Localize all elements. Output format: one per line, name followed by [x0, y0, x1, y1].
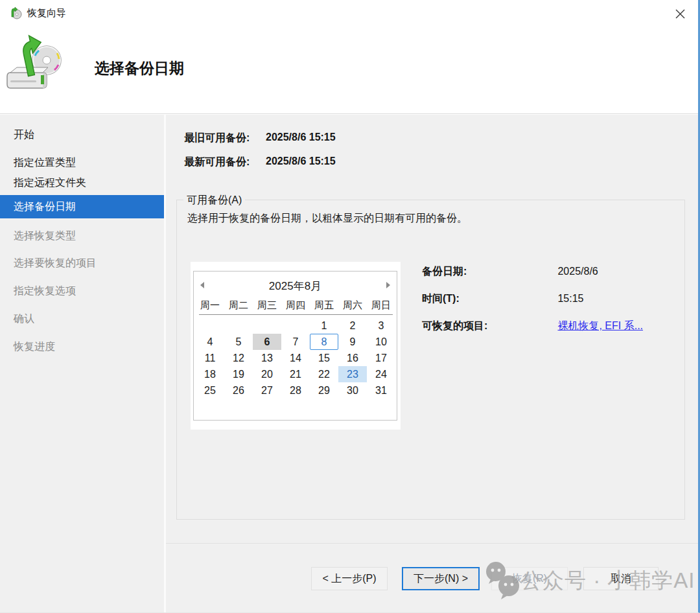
calendar-day-19[interactable]: 19: [224, 366, 253, 382]
calendar-day-2[interactable]: 2: [338, 318, 367, 334]
recover-button: 恢复(R): [491, 567, 568, 590]
backup-time-label: 时间(T):: [422, 292, 555, 306]
newest-backup-row: 最新可用备份: 2025/8/6 15:15: [184, 156, 508, 168]
newest-backup-value: 2025/8/6 15:15: [266, 156, 336, 167]
calendar-day-12[interactable]: 12: [224, 350, 253, 366]
calendar-day-11[interactable]: 11: [196, 350, 224, 366]
next-button[interactable]: 下一步(N) >: [402, 567, 480, 590]
cancel-button[interactable]: 取消: [583, 567, 659, 590]
wizard-header: 选择备份日期: [0, 26, 698, 114]
recoverable-items-row: 可恢复的项目: 裸机恢复, EFI 系...: [422, 319, 643, 333]
calendar-day-23[interactable]: 23: [338, 366, 367, 382]
backup-restore-icon: [5, 32, 70, 97]
backup-date-label: 备份日期:: [422, 265, 555, 279]
calendar-day-8[interactable]: 8: [310, 334, 338, 350]
calendar-day-30[interactable]: 30: [338, 382, 367, 399]
weekday-header: 周六: [338, 297, 367, 313]
weekday-header: 周五: [310, 297, 338, 313]
wizard-steps-sidebar: 开始 指定位置类型 指定远程文件夹 选择备份日期 选择恢复类型 选择要恢复的项目…: [0, 115, 164, 612]
weekday-header: 周二: [224, 297, 253, 313]
weekday-header: 周三: [253, 297, 281, 313]
step-recovery-progress: 恢复进度: [14, 340, 55, 354]
calendar-panel: 2025年8月 周一周二周三周四周五周六周日 12345678910111213…: [191, 262, 401, 430]
window-title: 恢复向导: [27, 7, 66, 19]
oldest-backup-value: 2025/8/6 15:15: [266, 132, 336, 143]
calendar-day-21[interactable]: 21: [281, 366, 310, 382]
weekday-header: 周日: [367, 297, 395, 313]
calendar-day-10[interactable]: 10: [367, 334, 395, 350]
calendar-day-9[interactable]: 9: [338, 334, 367, 350]
calendar-control: 2025年8月 周一周二周三周四周五周六周日 12345678910111213…: [193, 271, 397, 421]
step-recovery-options: 指定恢复选项: [14, 284, 76, 298]
recoverable-items-link[interactable]: 裸机恢复, EFI 系...: [557, 320, 643, 331]
step-items-to-recover: 选择要恢复的项目: [14, 257, 97, 270]
step-confirmation: 确认: [14, 312, 34, 326]
calendar-day-5[interactable]: 5: [224, 334, 253, 350]
calendar-day-26[interactable]: 26: [224, 382, 253, 399]
calendar-month-title: 2025年8月: [194, 279, 397, 294]
calendar-day-17[interactable]: 17: [367, 350, 395, 366]
calendar-day-empty: [196, 318, 224, 334]
groupbox-legend: 可用备份(A): [183, 194, 245, 207]
backup-date-row: 备份日期: 2025/8/6: [422, 265, 598, 279]
calendar-day-3[interactable]: 3: [367, 318, 395, 334]
oldest-backup-label: 最旧可用备份:: [184, 132, 250, 145]
main-content: 最旧可用备份: 2025/8/6 15:15 最新可用备份: 2025/8/6 …: [166, 115, 698, 612]
calendar-day-25[interactable]: 25: [196, 382, 224, 399]
calendar-day-empty: [253, 318, 281, 334]
calendar-day-29[interactable]: 29: [310, 382, 338, 399]
next-month-icon[interactable]: [381, 281, 390, 289]
calendar-weekday-underline: [199, 314, 393, 315]
back-button[interactable]: < 上一步(P): [311, 567, 388, 590]
calendar-day-6[interactable]: 6: [253, 334, 281, 350]
calendar-day-empty: [224, 318, 253, 334]
step-remote-folder: 指定远程文件夹: [14, 176, 86, 190]
calendar-day-15[interactable]: 15: [310, 350, 338, 366]
newest-backup-label: 最新可用备份:: [184, 156, 250, 169]
calendar-grid: 1234567891011121314151617181920212223242…: [194, 318, 397, 399]
close-icon[interactable]: [671, 5, 689, 22]
recovery-wizard-window: 恢复向导: [0, 0, 700, 613]
calendar-day-28[interactable]: 28: [281, 382, 310, 399]
step-start: 开始: [14, 128, 34, 142]
wizard-app-icon: [9, 6, 22, 22]
calendar-weekday-row: 周一周二周三周四周五周六周日: [194, 297, 397, 313]
calendar-day-1[interactable]: 1: [310, 318, 338, 334]
button-bar-separator: [166, 543, 698, 544]
calendar-day-13[interactable]: 13: [253, 350, 281, 366]
weekday-header: 周一: [196, 297, 224, 313]
calendar-day-empty: [281, 318, 310, 334]
calendar-day-22[interactable]: 22: [310, 366, 338, 382]
step-backup-date-current: 选择备份日期: [0, 195, 164, 218]
calendar-nav: 2025年8月: [194, 272, 397, 297]
oldest-backup-row: 最旧可用备份: 2025/8/6 15:15: [184, 132, 508, 145]
calendar-day-18[interactable]: 18: [196, 366, 224, 382]
available-backups-groupbox: 可用备份(A) 选择用于恢复的备份日期，以粗体显示的日期有可用的备份。 2025…: [176, 200, 685, 520]
backup-date-value: 2025/8/6: [557, 266, 598, 277]
weekday-header: 周四: [281, 297, 310, 313]
calendar-day-4[interactable]: 4: [196, 334, 224, 350]
backup-time-row: 时间(T): 15:15: [422, 292, 584, 306]
calendar-day-14[interactable]: 14: [281, 350, 310, 366]
step-recovery-type: 选择恢复类型: [14, 229, 76, 243]
calendar-day-20[interactable]: 20: [253, 366, 281, 382]
calendar-day-16[interactable]: 16: [338, 350, 367, 366]
calendar-day-24[interactable]: 24: [367, 366, 395, 382]
step-location-type: 指定位置类型: [14, 156, 76, 170]
calendar-day-27[interactable]: 27: [253, 382, 281, 399]
page-title: 选择备份日期: [95, 58, 184, 78]
recoverable-items-label: 可恢复的项目:: [422, 319, 555, 333]
backup-time-value: 15:15: [557, 293, 583, 304]
calendar-instructions: 选择用于恢复的备份日期，以粗体显示的日期有可用的备份。: [187, 212, 467, 226]
title-bar: 恢复向导: [0, 0, 698, 26]
calendar-day-31[interactable]: 31: [367, 382, 395, 399]
calendar-day-7[interactable]: 7: [281, 334, 310, 350]
